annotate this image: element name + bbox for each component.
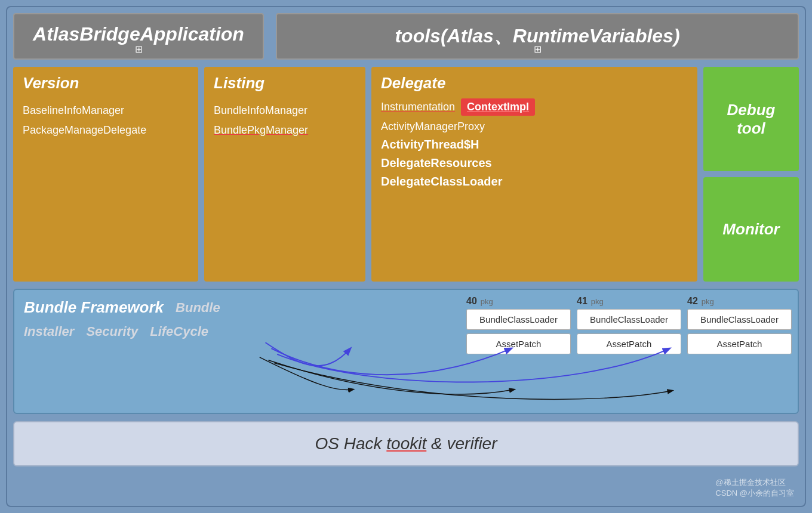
os-hack-underline: tookit — [386, 434, 426, 453]
pkg-label-41: pkg — [591, 297, 604, 306]
activity-thread: ActivityThread$H — [381, 138, 479, 152]
os-hack-text-before: OS Hack — [315, 434, 387, 453]
bundle-class-loader-41: BundleClassLoader — [577, 309, 681, 330]
top-row: AtlasBridgeApplication ⊞ tools(Atlas、Run… — [13, 13, 799, 60]
delegate-row-5: DelegateClassLoader — [381, 175, 688, 188]
atlas-bridge-expand-icon[interactable]: ⊞ — [135, 44, 143, 55]
pkg-label-42: pkg — [702, 297, 714, 306]
right-tools: Debugtool Monitor — [703, 67, 799, 282]
bundle-framework-title: Bundle Framework — [24, 298, 164, 317]
bundle-cards: 40 pkg BundleClassLoader AssetPatch 41 p… — [466, 296, 792, 354]
context-impl-box: ContextImpl — [461, 98, 535, 116]
tools-expand-icon[interactable]: ⊞ — [534, 44, 542, 55]
delegate-row-1: Instrumentation ContextImpl — [381, 98, 688, 116]
listing-item-0: BundleInfoManager — [214, 104, 356, 117]
pkg-label-40: pkg — [481, 297, 493, 306]
version-item-0: BaselineInfoManager — [23, 104, 189, 117]
listing-box: Listing BundleInfoManager BundlePkgManag… — [204, 67, 365, 282]
delegate-row-2: ActivityManagerProxy — [381, 120, 688, 133]
debug-tool-box: Debugtool — [703, 67, 799, 171]
delegate-box: Delegate Instrumentation ContextImpl Act… — [371, 67, 697, 282]
monitor-label: Monitor — [722, 220, 779, 239]
asset-patch-42: AssetPatch — [687, 333, 792, 354]
asset-patch-41: AssetPatch — [577, 333, 681, 354]
bundle-class-loader-40: BundleClassLoader — [466, 309, 571, 330]
middle-section: Version BaselineInfoManager PackageManag… — [13, 67, 799, 282]
bundle-class-loader-42: BundleClassLoader — [687, 309, 792, 330]
os-hack-text: OS Hack tookit & verifier — [26, 434, 786, 453]
delegate-resources: DelegateResources — [381, 156, 492, 170]
listing-title: Listing — [214, 74, 356, 92]
os-hack-box: OS Hack tookit & verifier — [13, 421, 799, 466]
tools-box: tools(Atlas、RuntimeVariables) ⊞ — [276, 13, 799, 60]
version-box: Version BaselineInfoManager PackageManag… — [13, 67, 198, 282]
pkg-header-40: 40 pkg — [466, 296, 571, 307]
instrumentation-label: Instrumentation — [381, 101, 455, 113]
pkg-header-42: 42 pkg — [687, 296, 792, 307]
pkg-header-41: 41 pkg — [577, 296, 681, 307]
atlas-bridge-box: AtlasBridgeApplication ⊞ — [13, 13, 264, 60]
installer-label: Installer — [24, 324, 74, 339]
asset-patch-40: AssetPatch — [466, 333, 571, 354]
atlas-bridge-title: AtlasBridgeApplication — [32, 23, 245, 45]
delegate-row-3: ActivityThread$H — [381, 138, 688, 152]
pkg-number-42: 42 — [687, 296, 698, 307]
delegate-row-4: DelegateResources — [381, 156, 688, 170]
listing-item-1: BundlePkgManager — [214, 124, 356, 137]
os-hack-text-after: & verifier — [426, 434, 497, 453]
security-label: Security — [86, 324, 138, 339]
bundle-card-40: 40 pkg BundleClassLoader AssetPatch — [466, 296, 571, 354]
debug-tool-label: Debugtool — [727, 101, 776, 138]
lifecycle-label: LifeCycle — [150, 324, 208, 339]
delegate-class-loader: DelegateClassLoader — [381, 175, 502, 188]
version-item-1: PackageManageDelegate — [23, 124, 189, 137]
bundle-card-42: 42 pkg BundleClassLoader AssetPatch — [687, 296, 792, 354]
delegate-title: Delegate — [381, 74, 688, 92]
bundle-framework-section: Bundle Framework Bundle Installer Securi… — [13, 289, 799, 414]
activity-manager-proxy: ActivityManagerProxy — [381, 120, 485, 133]
pkg-number-41: 41 — [577, 296, 588, 307]
bundle-label: Bundle — [176, 300, 220, 316]
bundle-card-41: 41 pkg BundleClassLoader AssetPatch — [577, 296, 681, 354]
watermark: @稀土掘金技术社区 CSDN @小余的自习室 — [715, 477, 794, 499]
main-container: AtlasBridgeApplication ⊞ tools(Atlas、Run… — [6, 6, 806, 507]
version-title: Version — [23, 74, 189, 92]
pkg-number-40: 40 — [466, 296, 477, 307]
monitor-box: Monitor — [703, 177, 799, 282]
